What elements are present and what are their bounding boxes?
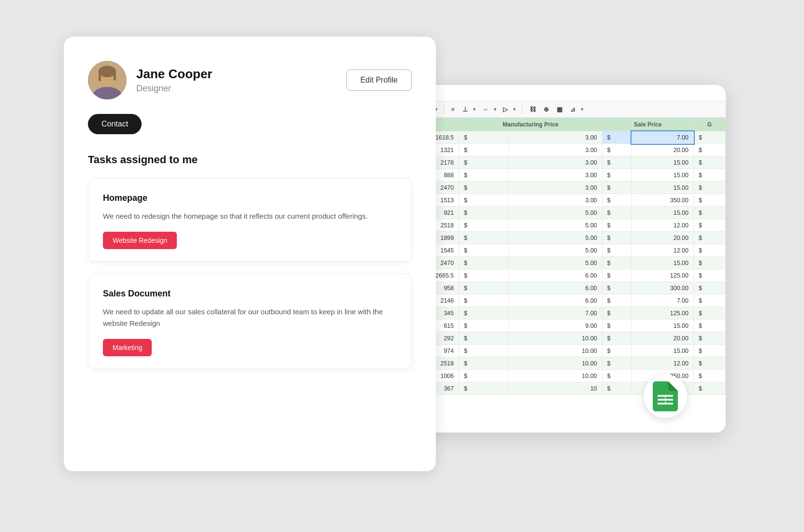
- cell-mfg-value[interactable]: 9.00: [509, 320, 602, 332]
- cell-sale-dollar[interactable]: $: [602, 307, 632, 320]
- cell-mfg-value[interactable]: 5.00: [509, 232, 602, 244]
- cell-sale-value[interactable]: 15.00: [632, 207, 694, 219]
- cell-sale-dollar[interactable]: $: [602, 219, 632, 232]
- cell-sale-dollar[interactable]: $: [602, 269, 632, 282]
- cell-sale-dollar[interactable]: $: [602, 144, 632, 156]
- cell-sale-value[interactable]: 350.00: [632, 194, 694, 207]
- cell-mfg-dollar[interactable]: $: [459, 345, 509, 357]
- cell-sale-value[interactable]: 15.00: [632, 182, 694, 194]
- cell-g[interactable]: $: [694, 332, 726, 345]
- cell-mfg-dollar[interactable]: $: [459, 244, 509, 257]
- cell-sale-value[interactable]: 125.00: [632, 269, 694, 282]
- cell-g[interactable]: $: [694, 282, 726, 294]
- task-1-tag-button[interactable]: Website Redesign: [103, 232, 177, 249]
- cell-sale-dollar[interactable]: $: [602, 244, 632, 257]
- cell-g[interactable]: $: [694, 244, 726, 257]
- insert-button[interactable]: ⊕: [541, 104, 551, 114]
- cell-sale-value[interactable]: 20.00: [632, 232, 694, 244]
- cell-mfg-value[interactable]: 10.00: [509, 370, 602, 382]
- cell-g[interactable]: $: [694, 131, 726, 144]
- cell-mfg-dollar[interactable]: $: [459, 232, 509, 244]
- cell-sale-value[interactable]: 15.00: [632, 257, 694, 269]
- cell-sale-dollar[interactable]: $: [602, 257, 632, 269]
- cell-g[interactable]: $: [694, 370, 726, 382]
- cell-mfg-dollar[interactable]: $: [459, 144, 509, 156]
- cell-mfg-value[interactable]: 5.00: [509, 244, 602, 257]
- cell-sale-value[interactable]: 20.00: [632, 144, 694, 156]
- more-dropdown[interactable]: ▾: [513, 106, 516, 112]
- cell-mfg-value[interactable]: 5.00: [509, 219, 602, 232]
- cell-g[interactable]: $: [694, 182, 726, 194]
- cell-sale-dollar[interactable]: $: [602, 370, 632, 382]
- cell-sale-value[interactable]: 7.00: [632, 294, 694, 307]
- filter-dropdown[interactable]: ▾: [581, 106, 584, 112]
- cell-mfg-value[interactable]: 6.00: [509, 269, 602, 282]
- cell-sale-value[interactable]: 15.00: [632, 320, 694, 332]
- more-button[interactable]: ▷: [501, 104, 510, 114]
- cell-mfg-value[interactable]: 3.00: [509, 182, 602, 194]
- cell-mfg-dollar[interactable]: $: [459, 257, 509, 269]
- rotate-dropdown[interactable]: ▾: [494, 106, 497, 112]
- link-button[interactable]: ⛓: [527, 104, 538, 114]
- cell-sale-dollar[interactable]: $: [602, 207, 632, 219]
- cell-g[interactable]: $: [694, 144, 726, 156]
- cell-mfg-value[interactable]: 3.00: [509, 156, 602, 169]
- cell-g[interactable]: $: [694, 156, 726, 169]
- cell-mfg-dollar[interactable]: $: [459, 194, 509, 207]
- cell-mfg-value[interactable]: 3.00: [509, 194, 602, 207]
- cell-sale-value[interactable]: 15.00: [632, 345, 694, 357]
- cell-sale-dollar[interactable]: $: [602, 194, 632, 207]
- task-2-tag-button[interactable]: Marketing: [103, 339, 152, 356]
- cell-sale-dollar[interactable]: $: [602, 156, 632, 169]
- cell-mfg-value[interactable]: 3.00: [509, 169, 602, 182]
- rotate-button[interactable]: ↔: [480, 104, 491, 114]
- cell-g[interactable]: $: [694, 194, 726, 207]
- cell-g[interactable]: $: [694, 357, 726, 370]
- cell-mfg-dollar[interactable]: $: [459, 269, 509, 282]
- cell-g[interactable]: $: [694, 345, 726, 357]
- cell-mfg-value[interactable]: 3.00: [509, 144, 602, 156]
- cell-mfg-dollar[interactable]: $: [459, 294, 509, 307]
- cell-g[interactable]: $: [694, 169, 726, 182]
- cell-sale-value[interactable]: 15.00: [632, 156, 694, 169]
- cell-sale-value[interactable]: 12.00: [632, 219, 694, 232]
- cell-sale-value[interactable]: 12.00: [632, 244, 694, 257]
- cell-sale-dollar[interactable]: $: [602, 357, 632, 370]
- chart-button[interactable]: ▦: [554, 104, 565, 114]
- edit-profile-button[interactable]: Edit Profile: [346, 70, 412, 91]
- cell-mfg-dollar[interactable]: $: [459, 332, 509, 345]
- cell-sale-dollar[interactable]: $: [602, 345, 632, 357]
- cell-sale-dollar[interactable]: $: [602, 332, 632, 345]
- cell-sale-dollar[interactable]: $: [602, 232, 632, 244]
- cell-mfg-dollar[interactable]: $: [459, 131, 509, 144]
- cell-mfg-value[interactable]: 3.00: [509, 131, 602, 144]
- cell-sale-dollar[interactable]: $: [602, 169, 632, 182]
- cell-g[interactable]: $: [694, 207, 726, 219]
- cell-g[interactable]: $: [694, 307, 726, 320]
- cell-sale-value[interactable]: 12.00: [632, 357, 694, 370]
- cell-sale-dollar[interactable]: $: [602, 382, 632, 395]
- cell-sale-dollar[interactable]: $: [602, 320, 632, 332]
- cell-mfg-dollar[interactable]: $: [459, 207, 509, 219]
- cell-mfg-value[interactable]: 6.00: [509, 282, 602, 294]
- cell-sale-value[interactable]: 125.00: [632, 307, 694, 320]
- cell-g[interactable]: $: [694, 320, 726, 332]
- cell-mfg-dollar[interactable]: $: [459, 320, 509, 332]
- cell-sale-dollar[interactable]: $: [602, 294, 632, 307]
- cell-g[interactable]: $: [694, 232, 726, 244]
- cell-mfg-dollar[interactable]: $: [459, 282, 509, 294]
- cell-g[interactable]: $: [694, 294, 726, 307]
- cell-g[interactable]: $: [694, 269, 726, 282]
- cell-mfg-dollar[interactable]: $: [459, 307, 509, 320]
- align-button[interactable]: ≡: [449, 104, 458, 114]
- cell-mfg-value[interactable]: 10.00: [509, 332, 602, 345]
- cell-mfg-value[interactable]: 7.00: [509, 307, 602, 320]
- cell-mfg-dollar[interactable]: $: [459, 182, 509, 194]
- cell-mfg-value[interactable]: 10.00: [509, 345, 602, 357]
- cell-sale-dollar[interactable]: $: [602, 182, 632, 194]
- valign-dropdown[interactable]: ▾: [473, 106, 476, 112]
- cell-mfg-value[interactable]: 10: [509, 382, 602, 395]
- cell-mfg-dollar[interactable]: $: [459, 169, 509, 182]
- cell-g[interactable]: $: [694, 382, 726, 395]
- cell-sale-dollar[interactable]: $: [602, 282, 632, 294]
